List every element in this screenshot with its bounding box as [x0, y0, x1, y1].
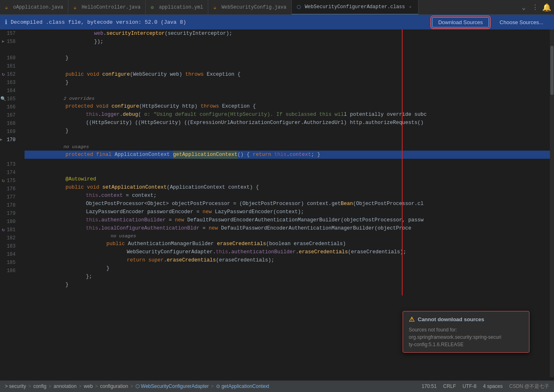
code-line-169: [25, 135, 554, 143]
code-line-168: }: [25, 127, 554, 135]
info-icon: ℹ: [5, 18, 7, 26]
charset-indicator: UTF-8: [462, 383, 476, 389]
override-icon-181[interactable]: ↻: [0, 227, 7, 233]
line-175: 175 ↻: [0, 177, 18, 185]
code-line-178: LazyPasswordEncoder passwordEncoder = ne…: [25, 208, 554, 216]
right-panel-label: m: [545, 4, 550, 11]
line-185: 185: [0, 259, 18, 267]
status-bar-right: 170:51 CRLF UTF-8 4 spaces CSDN @不是七子: [421, 383, 549, 390]
choose-sources-button[interactable]: Choose Sources...: [494, 18, 549, 27]
line-168: 168: [0, 119, 18, 128]
line-166: 166: [0, 103, 18, 111]
line-182: 182: [0, 234, 18, 242]
info-bar: ℹ Decompiled .class file, bytecode versi…: [0, 15, 554, 29]
code-line-167: ((HttpSecurity) ((HttpSecurity) ((Expres…: [25, 119, 554, 127]
tab-list-icon[interactable]: ⌄: [520, 3, 528, 11]
override-icon-175[interactable]: ↻: [0, 178, 7, 184]
code-hint-overrides: 2 overrides: [25, 95, 554, 102]
code-line-179: this.authenticationBuilder = new Default…: [25, 216, 554, 224]
java-icon-3: ☕: [213, 5, 219, 10]
code-line-175: public void setApplicationContext(Applic…: [25, 183, 554, 191]
class-icon: ⬡: [297, 4, 302, 10]
line-165: 165 🔍: [0, 95, 18, 103]
info-bar-message: ℹ Decompiled .class file, bytecode versi…: [5, 18, 186, 26]
info-bar-actions: Download Sources Choose Sources...: [432, 17, 549, 27]
code-line-164: [25, 87, 554, 95]
code-line-185: };: [25, 273, 554, 281]
line-178: 178: [0, 201, 18, 210]
expand-158[interactable]: ▶: [0, 38, 7, 45]
line-167: 167: [0, 111, 18, 119]
tab-application-yml[interactable]: ⚙ application.yml: [146, 0, 208, 15]
status-bar: > security > config > annotation > web >…: [0, 381, 554, 392]
warning-icon: ⚠: [409, 315, 414, 324]
code-line-162: public void configure(WebSecurity web) t…: [25, 70, 554, 79]
line-170: 170 ▶: [0, 136, 18, 144]
line-186: 186: [0, 267, 18, 275]
line-183: 183: [0, 242, 18, 250]
code-editor[interactable]: web.securityInterceptor(securityIntercep…: [21, 29, 554, 377]
line-169: 169: [0, 128, 18, 136]
code-line-166: this.logger.debug( o: "Using default con…: [25, 110, 554, 119]
line-181: 181 ↻: [0, 226, 18, 234]
java-icon-2: ☕: [73, 5, 79, 10]
line-162: 162 ↻: [0, 70, 18, 79]
tab-oApplication[interactable]: ☕ oApplication.java: [0, 0, 68, 15]
line-163: 163: [0, 79, 18, 87]
position-indicator: 170:51: [421, 383, 437, 389]
line-164: 164: [0, 87, 18, 95]
line-161: 161: [0, 62, 18, 70]
tab-HelloController[interactable]: ☕ HelloController.java: [68, 0, 146, 15]
code-line-174: [25, 167, 554, 175]
code-line-autowired: @Autowired: [25, 175, 554, 183]
line-176: 176: [0, 185, 18, 193]
line-endings: CRLF: [443, 383, 456, 389]
tab-close-button[interactable]: ✕: [408, 4, 413, 10]
code-hint-nousages-1: no usages: [25, 143, 554, 151]
line-160: 160: [0, 54, 18, 62]
watermark: CSDN @不是七子: [509, 383, 549, 390]
tab-menu-icon[interactable]: ⋮: [531, 3, 539, 11]
code-line-165: protected void configure(HttpSecurity ht…: [25, 102, 554, 110]
code-line-186: }: [25, 281, 554, 289]
popup-body: Sources not found for:org.springframewor…: [409, 326, 523, 348]
line-179: 179: [0, 210, 18, 218]
line-177: 177: [0, 193, 18, 201]
download-sources-button[interactable]: Download Sources: [432, 17, 489, 27]
code-line-161: [25, 62, 554, 70]
expand-170[interactable]: ▶: [0, 136, 2, 144]
tab-bar: ☕ oApplication.java ☕ HelloController.ja…: [0, 0, 554, 15]
code-line-176: this.context = context;: [25, 191, 554, 200]
breadcrumb-class-link[interactable]: ⬡ WebSecurityConfigurerAdapter: [135, 383, 209, 389]
scrollbar-track[interactable]: [550, 29, 554, 377]
code-line-182: WebSecurityConfigurerAdapter.this.authen…: [25, 248, 554, 256]
code-line-181: public AuthenticationManagerBuilder eras…: [25, 240, 554, 248]
popup-title: ⚠ Cannot download sources: [409, 315, 523, 324]
line-173: 173: [0, 160, 18, 169]
code-line-177: ObjectPostProcessor<Object> objectPostPr…: [25, 200, 554, 208]
java-icon: ☕: [5, 5, 11, 10]
code-line-157: web.securityInterceptor(securityIntercep…: [25, 29, 554, 38]
code-line-163: }: [25, 79, 554, 87]
search-icon-165[interactable]: 🔍: [0, 96, 7, 102]
code-line-183: return super.eraseCredentials(eraseCrede…: [25, 256, 554, 264]
code-line-160: }: [25, 54, 554, 62]
yml-icon: ⚙: [151, 5, 156, 10]
indent-indicator: 4 spaces: [483, 383, 502, 389]
code-line-blank-1: [25, 46, 554, 54]
breadcrumb-text: > security > config > annotation > web >…: [5, 383, 269, 389]
tab-WebSecurityConfigurerAdapter[interactable]: ⬡ WebSecurityConfigurerAdapter.class ✕: [292, 0, 419, 15]
line-157: 157: [0, 29, 18, 38]
scrollbar-thumb[interactable]: [550, 46, 554, 95]
line-174: 174: [0, 169, 18, 177]
line-180: 180: [0, 218, 18, 226]
editor-area: 157 158 ▶ 159 160 161 162 ↻ 163 164 165 …: [0, 29, 554, 377]
code-line-158: });: [25, 38, 554, 46]
code-line-170: protected final ApplicationContext getAp…: [25, 151, 554, 159]
tab-WebSecurityConfig[interactable]: ☕ WebSecurityConfig.java: [208, 0, 291, 15]
cannot-download-popup: ⚠ Cannot download sources Sources not fo…: [403, 311, 529, 353]
breadcrumb-method-link[interactable]: ⊙ getApplicationContext: [216, 383, 269, 389]
line-158: 158 ▶: [0, 38, 18, 46]
line-184: 184: [0, 250, 18, 259]
override-icon-162[interactable]: ↻: [0, 71, 7, 78]
